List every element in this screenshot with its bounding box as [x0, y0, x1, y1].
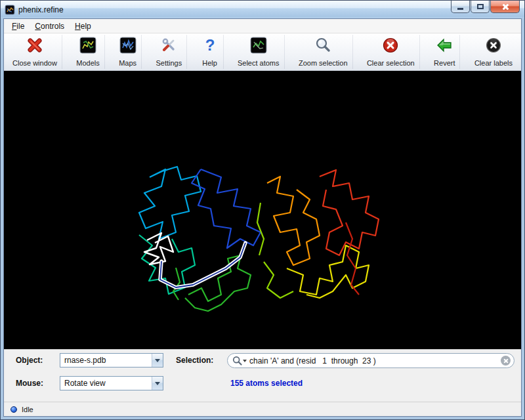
- toolbar-button-close-window[interactable]: Close window: [8, 35, 62, 69]
- search-icon[interactable]: [232, 356, 247, 366]
- toolbar-button-revert[interactable]: Revert: [429, 35, 460, 69]
- titlebar[interactable]: phenix.refine: [1, 1, 524, 18]
- toolbar-button-clear-selection[interactable]: Clear selection: [362, 35, 420, 69]
- revert-icon: [436, 36, 453, 54]
- toolbar-button-zoom-selection[interactable]: Zoom selection: [294, 35, 353, 69]
- toolbar-button-label: Close window: [12, 59, 57, 67]
- selection-searchbox: [227, 353, 514, 368]
- clear-search-button[interactable]: [501, 356, 511, 366]
- toolbar-button-label: Clear labels: [474, 59, 513, 67]
- window-close-button[interactable]: [490, 1, 520, 13]
- statusbar: Idle: [4, 402, 521, 416]
- toolbar-button-label: Settings: [156, 59, 182, 67]
- window-icon: [5, 5, 15, 15]
- mouse-label: Mouse:: [16, 379, 43, 388]
- status-text: Idle: [22, 406, 33, 413]
- toolbar-button-select-atoms[interactable]: Select atoms: [233, 35, 285, 69]
- svg-text:?: ?: [205, 37, 215, 54]
- mouse-select[interactable]: Rotate view: [60, 376, 163, 390]
- bottom-panel: Object: rnase-s.pdb Selection: Mouse: Ro…: [4, 349, 521, 402]
- chevron-down-icon: [152, 377, 163, 390]
- mouse-select-value: Rotate view: [60, 379, 152, 388]
- status-led-icon: [10, 406, 17, 413]
- window-title: phenix.refine: [18, 5, 64, 14]
- zoom-selection-icon: [314, 36, 331, 54]
- menu-item-file[interactable]: File: [7, 19, 30, 33]
- toolbar-button-label: Select atoms: [238, 59, 280, 67]
- menu-item-controls[interactable]: Controls: [30, 19, 70, 33]
- protein-structure: [4, 71, 521, 349]
- clear-selection-icon: [382, 36, 399, 54]
- chevron-down-icon: [152, 354, 163, 367]
- help-icon: ?: [201, 36, 219, 54]
- menubar: File Controls Help: [4, 19, 521, 33]
- atoms-selected-text: 155 atoms selected: [230, 379, 303, 388]
- toolbar-button-label: Models: [76, 59, 99, 67]
- toolbar-button-label: Revert: [434, 59, 455, 67]
- toolbar-button-models[interactable]: Models: [72, 35, 104, 69]
- maximize-icon: [477, 4, 484, 9]
- toolbar: Close window Models Maps Settings: [4, 33, 521, 71]
- selection-input[interactable]: [247, 356, 501, 366]
- object-label: Object:: [16, 356, 43, 365]
- close-window-icon: [26, 36, 43, 54]
- object-select-value: rnase-s.pdb: [60, 356, 152, 365]
- select-atoms-icon: [250, 36, 267, 54]
- toolbar-button-clear-labels[interactable]: Clear labels: [470, 35, 517, 69]
- toolbar-button-label: Help: [202, 59, 217, 67]
- clear-labels-icon: [485, 36, 502, 54]
- app-window: phenix.refine File Controls Help Close w…: [0, 0, 525, 420]
- menu-item-label: Help: [75, 22, 91, 31]
- viewer-canvas[interactable]: [4, 71, 521, 349]
- object-select[interactable]: rnase-s.pdb: [60, 353, 163, 368]
- selection-label: Selection:: [176, 356, 213, 365]
- menu-item-help[interactable]: Help: [70, 19, 96, 33]
- toolbar-button-label: Clear selection: [367, 59, 415, 67]
- close-icon: [501, 3, 509, 10]
- maps-icon: [119, 36, 136, 54]
- toolbar-button-settings[interactable]: Settings: [151, 35, 187, 69]
- window-maximize-button[interactable]: [471, 1, 490, 13]
- toolbar-button-help[interactable]: ? Help: [197, 35, 224, 69]
- toolbar-button-label: Maps: [119, 59, 136, 67]
- toolbar-button-maps[interactable]: Maps: [114, 35, 142, 69]
- menu-item-label: Controls: [35, 22, 64, 31]
- toolbar-button-label: Zoom selection: [299, 59, 348, 67]
- client-area: File Controls Help Close window Models: [3, 18, 522, 417]
- window-minimize-button[interactable]: [451, 1, 470, 13]
- minimize-icon: [457, 8, 463, 10]
- menu-item-label: File: [12, 22, 24, 31]
- settings-icon: [160, 36, 177, 54]
- models-icon: [79, 36, 96, 54]
